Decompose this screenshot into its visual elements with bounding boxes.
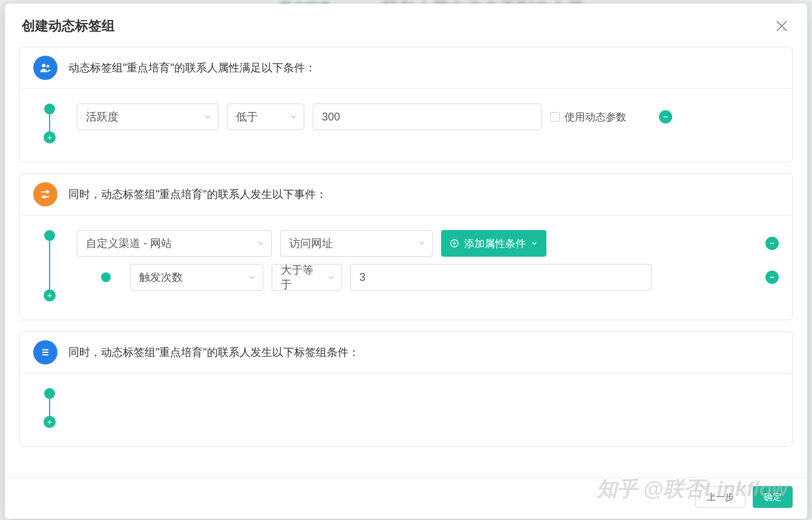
section-title: 同时，动态标签组"重点培育"的联系人发生以下标签组条件： xyxy=(68,345,359,360)
close-icon xyxy=(773,18,790,35)
condition-rail: + xyxy=(41,230,59,301)
chevron-down-icon xyxy=(248,273,257,281)
event-type-select[interactable]: 访问网址 xyxy=(280,230,433,257)
rail-dot xyxy=(44,388,55,399)
sub-rail-dot xyxy=(101,272,111,282)
plus-circle-icon xyxy=(450,239,459,248)
contacts-icon xyxy=(33,56,57,80)
button-label: 添加属性条件 xyxy=(464,237,526,251)
chevron-down-icon xyxy=(417,239,426,248)
svg-point-3 xyxy=(44,196,45,198)
button-label: 确定 xyxy=(764,492,782,503)
add-condition-button[interactable]: + xyxy=(44,416,56,428)
event-condition-row: 自定义渠道 - 网站 访问网址 添加属性条件 xyxy=(77,230,779,257)
section-title: 同时，动态标签组"重点培育"的联系人发生以下事件： xyxy=(68,187,327,202)
add-condition-button[interactable]: + xyxy=(44,289,56,301)
select-value: 自定义渠道 - 网站 xyxy=(86,236,172,251)
section-header: 动态标签组"重点培育"的联系人属性满足以下条件： xyxy=(20,47,792,89)
tag-group-condition-section: 同时，动态标签组"重点培育"的联系人发生以下标签组条件： + xyxy=(19,331,793,447)
svg-point-1 xyxy=(47,65,49,67)
event-condition-section: 同时，动态标签组"重点培育"的联系人发生以下事件： + 自定义渠道 - 网站 xyxy=(19,173,793,320)
chevron-down-icon xyxy=(531,240,538,247)
event-channel-select[interactable]: 自定义渠道 - 网站 xyxy=(77,230,272,257)
attribute-field-select[interactable]: 活跃度 xyxy=(77,104,218,130)
event-metric-value-input[interactable] xyxy=(350,264,652,291)
select-value: 低于 xyxy=(236,110,258,124)
remove-condition-button[interactable] xyxy=(765,237,779,250)
rail-dot xyxy=(44,104,55,114)
minus-icon xyxy=(768,240,776,247)
prev-step-button[interactable]: 上一步 xyxy=(695,486,745,508)
remove-sub-condition-button[interactable] xyxy=(765,271,779,284)
select-value: 大于等于 xyxy=(281,263,321,292)
select-value: 活跃度 xyxy=(86,110,119,124)
condition-rail: + xyxy=(41,388,59,428)
select-value: 访问网址 xyxy=(289,236,333,251)
minus-icon xyxy=(662,113,669,120)
modal-footer: 上一步 确定 xyxy=(5,477,807,519)
chevron-down-icon xyxy=(203,113,212,121)
svg-point-2 xyxy=(47,191,48,193)
chevron-down-icon xyxy=(257,239,265,248)
chevron-down-icon xyxy=(289,113,298,121)
confirm-button[interactable]: 确定 xyxy=(753,486,793,508)
event-sub-condition-row: 触发次数 大于等于 xyxy=(101,264,779,291)
add-attribute-condition-button[interactable]: 添加属性条件 xyxy=(441,230,546,257)
attribute-condition-row: 活跃度 低于 使用动态参数 xyxy=(77,104,779,130)
modal-body: 动态标签组"重点培育"的联系人属性满足以下条件： + 活跃度 xyxy=(5,47,807,477)
attribute-operator-select[interactable]: 低于 xyxy=(227,104,304,130)
close-button[interactable] xyxy=(773,18,790,35)
attribute-value-input[interactable] xyxy=(313,104,542,130)
remove-condition-button[interactable] xyxy=(659,110,672,123)
button-label: 上一步 xyxy=(707,492,734,503)
rail-dot xyxy=(44,230,55,241)
section-header: 同时，动态标签组"重点培育"的联系人发生以下标签组条件： xyxy=(20,332,792,374)
checkbox-box xyxy=(550,112,560,122)
minus-icon xyxy=(768,274,776,281)
event-metric-select[interactable]: 触发次数 xyxy=(130,264,263,291)
dynamic-param-checkbox[interactable]: 使用动态参数 xyxy=(550,110,626,124)
chevron-down-icon xyxy=(327,273,335,281)
section-title: 动态标签组"重点培育"的联系人属性满足以下条件： xyxy=(68,61,316,75)
attribute-condition-section: 动态标签组"重点培育"的联系人属性满足以下条件： + 活跃度 xyxy=(19,47,793,162)
event-metric-operator-select[interactable]: 大于等于 xyxy=(272,264,342,291)
add-condition-button[interactable]: + xyxy=(44,131,56,143)
svg-point-0 xyxy=(42,64,45,67)
section-header: 同时，动态标签组"重点培育"的联系人发生以下事件： xyxy=(20,174,792,216)
create-dynamic-tag-group-modal: 创建动态标签组 动态标签组"重点培育"的联系人属性满足以下条件： + xyxy=(5,4,807,519)
filter-settings-icon xyxy=(33,182,57,206)
modal-header: 创建动态标签组 xyxy=(5,4,807,47)
modal-title: 创建动态标签组 xyxy=(22,17,115,35)
checkbox-label: 使用动态参数 xyxy=(565,110,626,124)
condition-rail: + xyxy=(41,104,59,143)
list-icon xyxy=(33,340,57,364)
select-value: 触发次数 xyxy=(139,270,183,285)
